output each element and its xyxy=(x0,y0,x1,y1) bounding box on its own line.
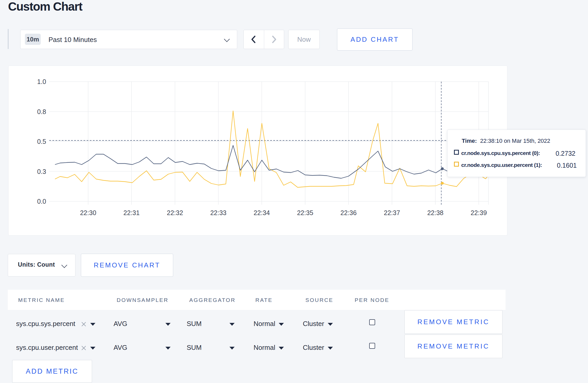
svg-text:0.3: 0.3 xyxy=(37,168,46,175)
svg-text:0.5: 0.5 xyxy=(37,138,46,145)
svg-text:22:39: 22:39 xyxy=(471,209,487,216)
svg-text:0.8: 0.8 xyxy=(37,108,46,115)
svg-text:22:38: 22:38 xyxy=(427,209,444,216)
svg-text:22:32: 22:32 xyxy=(167,209,183,216)
svg-text:1.0: 1.0 xyxy=(37,78,46,85)
svg-text:22:33: 22:33 xyxy=(210,209,227,216)
svg-text:22:34: 22:34 xyxy=(254,209,270,216)
svg-text:22:30: 22:30 xyxy=(80,209,96,216)
svg-text:22:37: 22:37 xyxy=(384,209,400,216)
svg-text:22:35: 22:35 xyxy=(297,209,313,216)
svg-text:22:36: 22:36 xyxy=(340,209,357,216)
svg-text:0.0: 0.0 xyxy=(37,198,46,205)
svg-text:22:31: 22:31 xyxy=(123,209,140,216)
